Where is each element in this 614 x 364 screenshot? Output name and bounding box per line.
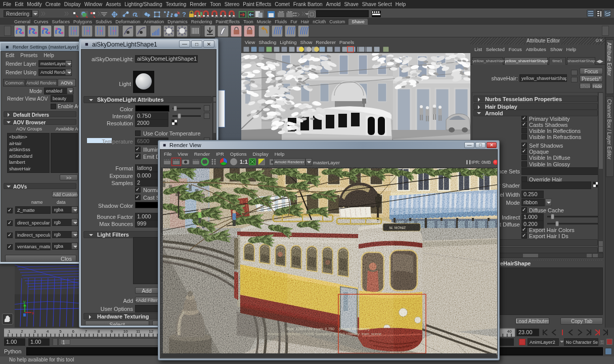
svg-text:y: y [23, 299, 26, 304]
svg-text:9: 9 [110, 329, 113, 334]
svg-text:5: 5 [59, 329, 62, 334]
svg-text:Size: 1280x720 zoom: 0.750: Size: 1280x720 zoom: 0.750 [286, 327, 334, 331]
svg-text:40: 40 [507, 329, 512, 334]
svg-text:1: 1 [8, 329, 11, 334]
svg-text:6: 6 [72, 329, 75, 334]
svg-text:3: 3 [34, 329, 36, 334]
svg-text:1:1: 1:1 [240, 159, 248, 165]
svg-text:4: 4 [47, 329, 49, 334]
svg-text:(Arnold Renderer): (Arnold Renderer) [339, 327, 370, 331]
svg-text:x: x [32, 310, 34, 315]
svg-text:10: 10 [123, 329, 128, 334]
svg-text:Frame: 23 Memory: 700MB: Frame: 23 Memory: 700MB Sampling: 3/3/3/… [268, 332, 381, 336]
svg-text:2: 2 [21, 329, 23, 334]
svg-text:7: 7 [85, 329, 87, 334]
svg-text:?: ? [182, 11, 186, 18]
svg-text:11: 11 [136, 329, 141, 334]
svg-text:12: 12 [149, 329, 153, 334]
svg-text:8: 8 [98, 329, 100, 334]
